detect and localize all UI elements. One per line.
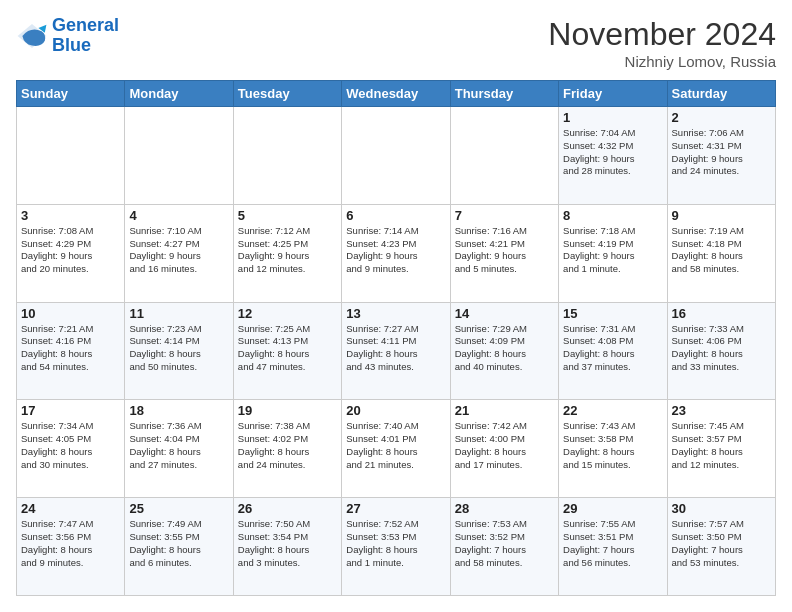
calendar-cell: 26Sunrise: 7:50 AM Sunset: 3:54 PM Dayli…: [233, 498, 341, 596]
day-number: 23: [672, 403, 771, 418]
calendar-cell: 13Sunrise: 7:27 AM Sunset: 4:11 PM Dayli…: [342, 302, 450, 400]
cell-info: Sunrise: 7:34 AM Sunset: 4:05 PM Dayligh…: [21, 420, 120, 471]
cell-info: Sunrise: 7:31 AM Sunset: 4:08 PM Dayligh…: [563, 323, 662, 374]
calendar-week-row: 3Sunrise: 7:08 AM Sunset: 4:29 PM Daylig…: [17, 204, 776, 302]
calendar-cell: 17Sunrise: 7:34 AM Sunset: 4:05 PM Dayli…: [17, 400, 125, 498]
cell-info: Sunrise: 7:47 AM Sunset: 3:56 PM Dayligh…: [21, 518, 120, 569]
cell-info: Sunrise: 7:43 AM Sunset: 3:58 PM Dayligh…: [563, 420, 662, 471]
cell-info: Sunrise: 7:10 AM Sunset: 4:27 PM Dayligh…: [129, 225, 228, 276]
day-number: 7: [455, 208, 554, 223]
day-number: 18: [129, 403, 228, 418]
cell-info: Sunrise: 7:21 AM Sunset: 4:16 PM Dayligh…: [21, 323, 120, 374]
weekday-header: Sunday: [17, 81, 125, 107]
calendar-cell: 15Sunrise: 7:31 AM Sunset: 4:08 PM Dayli…: [559, 302, 667, 400]
day-number: 26: [238, 501, 337, 516]
calendar-cell: 23Sunrise: 7:45 AM Sunset: 3:57 PM Dayli…: [667, 400, 775, 498]
calendar-cell: 6Sunrise: 7:14 AM Sunset: 4:23 PM Daylig…: [342, 204, 450, 302]
cell-info: Sunrise: 7:49 AM Sunset: 3:55 PM Dayligh…: [129, 518, 228, 569]
cell-info: Sunrise: 7:14 AM Sunset: 4:23 PM Dayligh…: [346, 225, 445, 276]
logo-icon: [16, 20, 48, 52]
location: Nizhniy Lomov, Russia: [548, 53, 776, 70]
cell-info: Sunrise: 7:29 AM Sunset: 4:09 PM Dayligh…: [455, 323, 554, 374]
calendar-cell: 27Sunrise: 7:52 AM Sunset: 3:53 PM Dayli…: [342, 498, 450, 596]
cell-info: Sunrise: 7:08 AM Sunset: 4:29 PM Dayligh…: [21, 225, 120, 276]
day-number: 2: [672, 110, 771, 125]
day-number: 12: [238, 306, 337, 321]
weekday-header: Wednesday: [342, 81, 450, 107]
weekday-header: Saturday: [667, 81, 775, 107]
day-number: 11: [129, 306, 228, 321]
day-number: 20: [346, 403, 445, 418]
header: General Blue November 2024 Nizhniy Lomov…: [16, 16, 776, 70]
calendar-week-row: 17Sunrise: 7:34 AM Sunset: 4:05 PM Dayli…: [17, 400, 776, 498]
cell-info: Sunrise: 7:19 AM Sunset: 4:18 PM Dayligh…: [672, 225, 771, 276]
calendar-cell: 20Sunrise: 7:40 AM Sunset: 4:01 PM Dayli…: [342, 400, 450, 498]
cell-info: Sunrise: 7:06 AM Sunset: 4:31 PM Dayligh…: [672, 127, 771, 178]
calendar-cell: 4Sunrise: 7:10 AM Sunset: 4:27 PM Daylig…: [125, 204, 233, 302]
day-number: 16: [672, 306, 771, 321]
title-block: November 2024 Nizhniy Lomov, Russia: [548, 16, 776, 70]
cell-info: Sunrise: 7:27 AM Sunset: 4:11 PM Dayligh…: [346, 323, 445, 374]
cell-info: Sunrise: 7:16 AM Sunset: 4:21 PM Dayligh…: [455, 225, 554, 276]
calendar-cell: [125, 107, 233, 205]
cell-info: Sunrise: 7:25 AM Sunset: 4:13 PM Dayligh…: [238, 323, 337, 374]
calendar-week-row: 24Sunrise: 7:47 AM Sunset: 3:56 PM Dayli…: [17, 498, 776, 596]
cell-info: Sunrise: 7:36 AM Sunset: 4:04 PM Dayligh…: [129, 420, 228, 471]
day-number: 30: [672, 501, 771, 516]
calendar-cell: 3Sunrise: 7:08 AM Sunset: 4:29 PM Daylig…: [17, 204, 125, 302]
day-number: 24: [21, 501, 120, 516]
day-number: 10: [21, 306, 120, 321]
calendar-cell: 9Sunrise: 7:19 AM Sunset: 4:18 PM Daylig…: [667, 204, 775, 302]
cell-info: Sunrise: 7:18 AM Sunset: 4:19 PM Dayligh…: [563, 225, 662, 276]
cell-info: Sunrise: 7:42 AM Sunset: 4:00 PM Dayligh…: [455, 420, 554, 471]
calendar-cell: 19Sunrise: 7:38 AM Sunset: 4:02 PM Dayli…: [233, 400, 341, 498]
cell-info: Sunrise: 7:52 AM Sunset: 3:53 PM Dayligh…: [346, 518, 445, 569]
calendar-table: SundayMondayTuesdayWednesdayThursdayFrid…: [16, 80, 776, 596]
calendar-cell: 2Sunrise: 7:06 AM Sunset: 4:31 PM Daylig…: [667, 107, 775, 205]
weekday-header: Friday: [559, 81, 667, 107]
cell-info: Sunrise: 7:53 AM Sunset: 3:52 PM Dayligh…: [455, 518, 554, 569]
calendar-cell: 12Sunrise: 7:25 AM Sunset: 4:13 PM Dayli…: [233, 302, 341, 400]
calendar-cell: 28Sunrise: 7:53 AM Sunset: 3:52 PM Dayli…: [450, 498, 558, 596]
day-number: 6: [346, 208, 445, 223]
calendar-cell: 8Sunrise: 7:18 AM Sunset: 4:19 PM Daylig…: [559, 204, 667, 302]
calendar-cell: 7Sunrise: 7:16 AM Sunset: 4:21 PM Daylig…: [450, 204, 558, 302]
logo: General Blue: [16, 16, 119, 56]
cell-info: Sunrise: 7:45 AM Sunset: 3:57 PM Dayligh…: [672, 420, 771, 471]
cell-info: Sunrise: 7:55 AM Sunset: 3:51 PM Dayligh…: [563, 518, 662, 569]
calendar-header-row: SundayMondayTuesdayWednesdayThursdayFrid…: [17, 81, 776, 107]
calendar-cell: 11Sunrise: 7:23 AM Sunset: 4:14 PM Dayli…: [125, 302, 233, 400]
day-number: 9: [672, 208, 771, 223]
calendar-cell: [233, 107, 341, 205]
cell-info: Sunrise: 7:33 AM Sunset: 4:06 PM Dayligh…: [672, 323, 771, 374]
calendar-cell: 21Sunrise: 7:42 AM Sunset: 4:00 PM Dayli…: [450, 400, 558, 498]
day-number: 1: [563, 110, 662, 125]
cell-info: Sunrise: 7:12 AM Sunset: 4:25 PM Dayligh…: [238, 225, 337, 276]
page: General Blue November 2024 Nizhniy Lomov…: [0, 0, 792, 612]
day-number: 14: [455, 306, 554, 321]
calendar-week-row: 1Sunrise: 7:04 AM Sunset: 4:32 PM Daylig…: [17, 107, 776, 205]
calendar-cell: 22Sunrise: 7:43 AM Sunset: 3:58 PM Dayli…: [559, 400, 667, 498]
cell-info: Sunrise: 7:38 AM Sunset: 4:02 PM Dayligh…: [238, 420, 337, 471]
day-number: 15: [563, 306, 662, 321]
weekday-header: Monday: [125, 81, 233, 107]
cell-info: Sunrise: 7:40 AM Sunset: 4:01 PM Dayligh…: [346, 420, 445, 471]
day-number: 5: [238, 208, 337, 223]
day-number: 17: [21, 403, 120, 418]
calendar-cell: 29Sunrise: 7:55 AM Sunset: 3:51 PM Dayli…: [559, 498, 667, 596]
month-title: November 2024: [548, 16, 776, 53]
day-number: 19: [238, 403, 337, 418]
logo-line2: Blue: [52, 36, 119, 56]
calendar-cell: 1Sunrise: 7:04 AM Sunset: 4:32 PM Daylig…: [559, 107, 667, 205]
calendar-cell: 24Sunrise: 7:47 AM Sunset: 3:56 PM Dayli…: [17, 498, 125, 596]
day-number: 8: [563, 208, 662, 223]
calendar-cell: [342, 107, 450, 205]
calendar-cell: 25Sunrise: 7:49 AM Sunset: 3:55 PM Dayli…: [125, 498, 233, 596]
cell-info: Sunrise: 7:04 AM Sunset: 4:32 PM Dayligh…: [563, 127, 662, 178]
calendar-cell: 30Sunrise: 7:57 AM Sunset: 3:50 PM Dayli…: [667, 498, 775, 596]
calendar-cell: 5Sunrise: 7:12 AM Sunset: 4:25 PM Daylig…: [233, 204, 341, 302]
day-number: 25: [129, 501, 228, 516]
calendar-cell: 14Sunrise: 7:29 AM Sunset: 4:09 PM Dayli…: [450, 302, 558, 400]
calendar-cell: [450, 107, 558, 205]
day-number: 4: [129, 208, 228, 223]
